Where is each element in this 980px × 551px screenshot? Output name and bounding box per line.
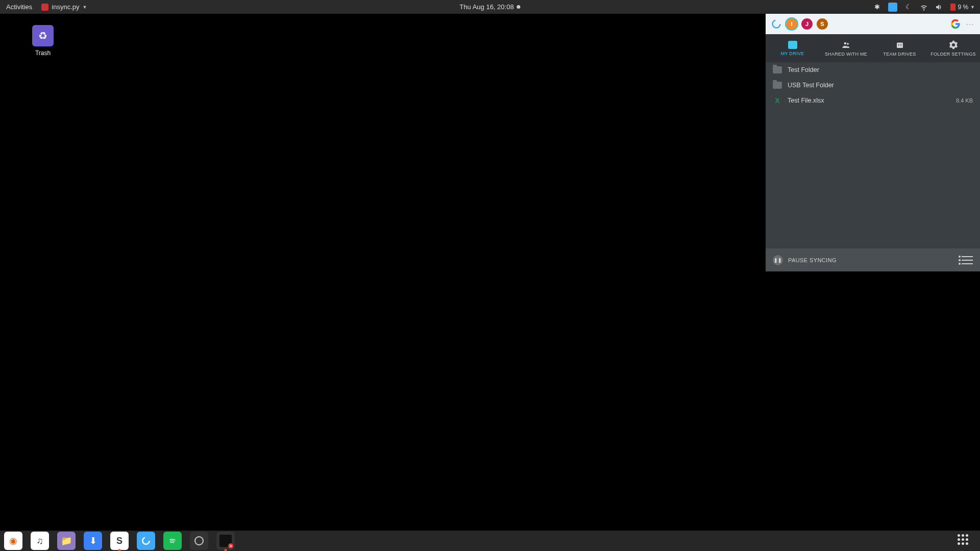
tab-label: SHARED WITH ME <box>825 52 867 57</box>
datetime-label: Thu Aug 16, 20:08 <box>459 3 513 11</box>
file-row[interactable]: Test Folder <box>766 62 980 78</box>
svg-point-1 <box>844 42 846 44</box>
tray-insync-icon[interactable] <box>888 3 897 12</box>
file-list: Test Folder USB Test Folder X Test File.… <box>766 62 980 248</box>
night-mode-icon[interactable]: ☾ <box>904 3 913 11</box>
dock-downloader[interactable]: ⬇ <box>84 532 102 550</box>
svg-point-6 <box>142 537 149 544</box>
app-icon <box>41 4 48 11</box>
volume-icon[interactable] <box>935 3 943 11</box>
dock-files[interactable]: 📁 <box>57 532 76 550</box>
dock-spotify[interactable] <box>163 532 182 550</box>
tab-my-drive[interactable]: MY DRIVE <box>766 34 819 62</box>
file-name: USB Test Folder <box>788 82 834 89</box>
file-name: Test File.xlsx <box>788 97 824 104</box>
trash-label: Trash <box>22 49 63 57</box>
tab-label: TEAM DRIVES <box>883 52 916 57</box>
chevron-down-icon: ▼ <box>83 5 87 10</box>
tab-label: MY DRIVE <box>781 51 804 56</box>
insync-footer: ❚❚ PAUSE SYNCING <box>766 248 980 271</box>
pause-icon[interactable]: ❚❚ <box>773 255 783 265</box>
svg-point-0 <box>773 20 780 28</box>
insync-panel: I J S ⋯ MY DRIVE SHARED WITH ME TEAM DRI… <box>766 14 980 271</box>
account-avatar-s[interactable]: S <box>817 18 828 30</box>
tray-extension-icon[interactable]: ✱ <box>873 3 881 11</box>
battery-icon <box>950 4 955 11</box>
svg-rect-3 <box>897 42 903 48</box>
file-row[interactable]: USB Test Folder <box>766 78 980 93</box>
dock-terminal[interactable]: ✕ <box>216 532 235 550</box>
dock-music[interactable]: ♫ <box>31 532 49 550</box>
wifi-icon[interactable] <box>920 3 928 11</box>
dock-insync[interactable] <box>137 532 155 550</box>
insync-logo-icon[interactable] <box>771 18 782 30</box>
svg-point-5 <box>900 44 901 45</box>
app-name: insync.py <box>52 3 79 11</box>
tab-label: FOLDER SETTINGS <box>930 52 976 57</box>
dock: ◉ ♫ 📁 ⬇ S ✕ <box>0 531 980 551</box>
show-applications-button[interactable] <box>958 534 971 547</box>
insync-tabs: MY DRIVE SHARED WITH ME TEAM DRIVES FOLD… <box>766 34 980 62</box>
file-name: Test Folder <box>788 66 819 73</box>
dock-sublime[interactable]: S <box>110 532 129 550</box>
notification-dot-icon <box>517 5 521 9</box>
dock-firefox[interactable]: ◉ <box>4 532 22 550</box>
chevron-down-icon: ▼ <box>970 5 975 10</box>
excel-icon: X <box>773 96 782 105</box>
svg-point-2 <box>847 42 849 44</box>
people-icon <box>842 40 851 49</box>
more-menu-icon[interactable]: ⋯ <box>966 19 975 29</box>
battery-indicator[interactable]: 9 % ▼ <box>950 4 975 11</box>
google-icon[interactable] <box>950 19 961 29</box>
account-avatar-j[interactable]: J <box>801 18 813 30</box>
pause-syncing-button[interactable]: PAUSE SYNCING <box>788 257 837 263</box>
dock-obs[interactable] <box>190 532 208 550</box>
insync-header: I J S ⋯ <box>766 14 980 34</box>
activity-list-icon[interactable] <box>962 256 973 264</box>
file-size: 8.4 KB <box>956 97 973 104</box>
activities-button[interactable]: Activities <box>6 3 32 11</box>
team-drive-icon <box>895 40 904 49</box>
file-row[interactable]: X Test File.xlsx 8.4 KB <box>766 93 980 108</box>
folder-icon <box>773 66 782 73</box>
tab-team-drives[interactable]: TEAM DRIVES <box>873 34 926 62</box>
account-avatar-i[interactable]: I <box>786 18 797 30</box>
svg-point-4 <box>898 44 899 45</box>
folder-icon <box>773 82 782 89</box>
drive-icon <box>788 41 797 49</box>
tab-shared-with-me[interactable]: SHARED WITH ME <box>819 34 873 62</box>
tab-folder-settings[interactable]: FOLDER SETTINGS <box>926 34 980 62</box>
trash-icon: ♻ <box>32 25 54 46</box>
top-bar: Activities insync.py ▼ Thu Aug 16, 20:08… <box>0 0 980 14</box>
battery-percent: 9 % <box>958 4 968 11</box>
app-menu[interactable]: insync.py ▼ <box>41 3 87 11</box>
clock[interactable]: Thu Aug 16, 20:08 <box>459 3 520 11</box>
trash-desktop-icon[interactable]: ♻ Trash <box>22 25 63 57</box>
gear-icon <box>949 40 958 49</box>
